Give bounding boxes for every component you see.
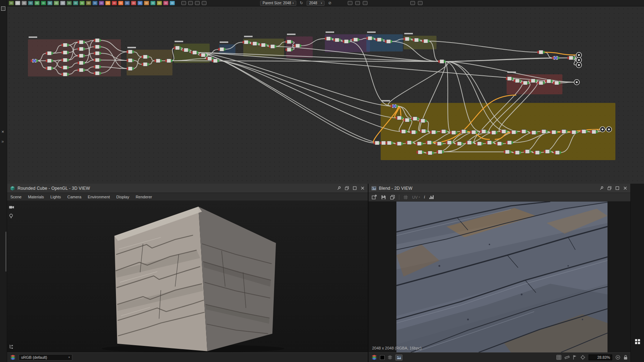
menu-renderer[interactable]: Renderer <box>132 195 155 199</box>
scrollbar-thumb[interactable] <box>5 232 6 272</box>
toolbar-tool-icon[interactable] <box>34 1 40 5</box>
viewport-2d[interactable]: 2048 x 2048 (RGBA, 16bpc) <box>369 202 630 352</box>
viewport-3d[interactable] <box>7 201 368 352</box>
uv-dropdown[interactable]: UV ▾ <box>412 195 420 199</box>
cube-icon <box>10 186 15 191</box>
toolbar-option-icon[interactable] <box>348 1 352 5</box>
application-window: × » Parent Size: 2048 ▾ ↻ 2048 ▾ ⊘ <box>0 0 644 362</box>
toolbar-option-icon[interactable] <box>363 1 367 5</box>
lock-icon[interactable] <box>624 355 628 360</box>
menu-lights[interactable]: Lights <box>47 195 64 199</box>
panel-3d-header[interactable]: Rounded Cube - OpenGL - 3D VIEW <box>7 184 368 193</box>
copy-icon[interactable] <box>390 195 395 200</box>
windows-taskbar-icon[interactable] <box>635 339 640 344</box>
dock-tab-icon[interactable] <box>1 6 5 11</box>
lightbulb-icon[interactable] <box>9 214 13 219</box>
toolbar-tool-icon[interactable] <box>79 1 85 5</box>
toolbar-tool-icon[interactable] <box>41 1 46 5</box>
view3d-statusbar: sRGB (default) ▾ <box>7 352 368 362</box>
zoom-input[interactable]: 28.83% <box>589 354 612 360</box>
toolbar-tool-icon[interactable] <box>170 1 175 5</box>
flag-icon[interactable] <box>573 355 577 360</box>
chevron-down-icon: ▾ <box>293 2 294 5</box>
close-icon[interactable] <box>360 186 365 190</box>
toolbar-tool-icon[interactable] <box>112 1 117 5</box>
toolbar-tool-icon[interactable] <box>54 1 59 5</box>
view2d-statusbar: 28.83% <box>369 352 630 362</box>
toolbar-tool-icon[interactable] <box>15 1 20 5</box>
toolbar-tool-icon[interactable] <box>118 1 123 5</box>
panel-2d-view: Blend - 2D VIEW UV <box>369 184 630 362</box>
toolbar-tool-icon[interactable] <box>60 1 65 5</box>
menu-display[interactable]: Display <box>113 195 132 199</box>
background-color-swatch[interactable] <box>380 355 385 360</box>
toolbar-tool-icon[interactable] <box>9 1 14 5</box>
layers-icon[interactable] <box>371 355 377 360</box>
toolbar-tool-icon[interactable] <box>92 1 98 5</box>
histogram-icon[interactable] <box>429 195 434 199</box>
info-icon[interactable]: i <box>424 194 425 200</box>
image-view-button[interactable] <box>395 354 402 361</box>
close-icon[interactable]: × <box>1 129 4 134</box>
toolbar-separator <box>399 195 399 200</box>
node-graph-canvas[interactable] <box>7 6 644 184</box>
menu-scene[interactable]: Scene <box>7 195 25 199</box>
colorspace-select[interactable]: sRGB (default) ▾ <box>19 354 72 361</box>
graph-tool-icon[interactable] <box>181 1 186 5</box>
toolbar-tool-icon[interactable] <box>150 1 156 5</box>
close-icon[interactable] <box>623 186 628 190</box>
parent-size-label: Parent Size: 2048 <box>263 1 291 5</box>
toolbar-tool-icon[interactable] <box>28 1 33 5</box>
channels-icon[interactable] <box>387 355 392 360</box>
left-sidebar: × » <box>0 0 7 362</box>
save-icon[interactable] <box>381 195 386 200</box>
toolbar-tool-icon[interactable] <box>157 1 162 5</box>
resolution-dropdown[interactable]: 2048 ▾ <box>307 1 325 6</box>
maximize-icon[interactable] <box>352 186 357 190</box>
expand-panel-icon[interactable]: » <box>1 139 4 144</box>
toolbar-tool-icon[interactable] <box>67 1 72 5</box>
graph-tool-icon[interactable] <box>202 1 206 5</box>
node-graph[interactable] <box>7 6 644 184</box>
graph-tool-icon[interactable] <box>195 1 200 5</box>
float-window-icon[interactable] <box>345 186 349 190</box>
toolbar-tool-icon[interactable] <box>73 1 78 5</box>
menu-camera[interactable]: Camera <box>64 195 84 199</box>
crosshair-icon[interactable] <box>580 355 585 360</box>
toolbar-tool-icon[interactable] <box>99 1 104 5</box>
tile-grid-icon[interactable] <box>556 355 561 360</box>
export-image-icon[interactable] <box>372 195 377 200</box>
image-icon <box>371 186 376 191</box>
toolbar-tool-icon[interactable] <box>144 1 149 5</box>
float-window-icon[interactable] <box>607 186 612 190</box>
camera-icon[interactable] <box>9 205 14 209</box>
fit-view-icon[interactable] <box>615 355 620 360</box>
disable-icon[interactable]: ⊘ <box>328 1 331 5</box>
layers-icon[interactable] <box>10 355 16 360</box>
toolbar-tool-icon[interactable] <box>137 1 143 5</box>
pin-icon[interactable] <box>337 186 341 190</box>
toolbar-option-icon[interactable] <box>355 1 360 5</box>
toolbar-tool-icon[interactable] <box>105 1 111 5</box>
hierarchy-icon[interactable] <box>9 344 14 349</box>
panel-2d-header[interactable]: Blend - 2D VIEW <box>369 184 630 193</box>
user-icon[interactable] <box>418 1 423 5</box>
refresh-icon[interactable]: ↻ <box>300 1 303 5</box>
ruler-icon[interactable] <box>565 355 570 360</box>
chevron-down-icon: ▾ <box>419 196 420 199</box>
resolution-value: 2048 <box>309 1 317 5</box>
toolbar-tool-icon[interactable] <box>47 1 53 5</box>
toolbar-tool-icon[interactable] <box>86 1 91 5</box>
grid-toggle-icon[interactable] <box>403 195 408 200</box>
toolbar-tool-icon[interactable] <box>131 1 136 5</box>
maximize-icon[interactable] <box>615 186 620 190</box>
graph-tool-icon[interactable] <box>188 1 193 5</box>
toolbar-tool-icon[interactable] <box>163 1 169 5</box>
toolbar-tool-icon[interactable] <box>21 1 27 5</box>
parent-size-dropdown[interactable]: Parent Size: 2048 ▾ <box>260 1 296 6</box>
toolbar-tool-icon[interactable] <box>125 1 130 5</box>
pin-icon[interactable] <box>599 186 604 190</box>
link-icon[interactable] <box>410 1 415 5</box>
menu-environment[interactable]: Environment <box>84 195 113 199</box>
menu-materials[interactable]: Materials <box>25 195 47 199</box>
